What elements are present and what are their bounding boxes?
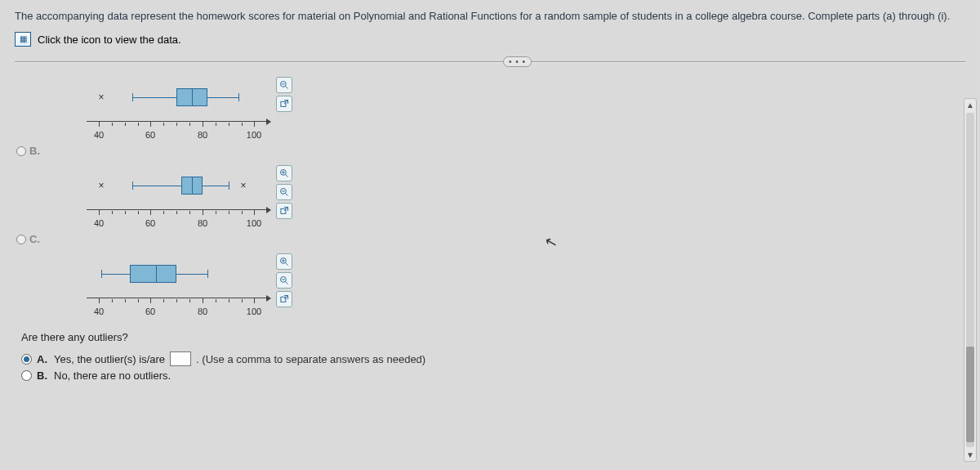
whisker-low xyxy=(132,97,176,98)
x-axis xyxy=(87,121,266,122)
svg-rect-12 xyxy=(281,208,286,213)
outlier-question: Are there any outliers? A. Yes, the outl… xyxy=(15,326,965,382)
question-text: Are there any outliers? xyxy=(21,331,965,343)
chart-tools xyxy=(276,253,292,307)
median-line xyxy=(192,88,193,106)
tick-label: 60 xyxy=(145,307,155,316)
axis-arrow-icon xyxy=(266,119,271,125)
tick-label: 100 xyxy=(247,307,261,316)
view-data-link[interactable]: Click the icon to view the data. xyxy=(38,34,181,46)
svg-line-1 xyxy=(286,87,288,89)
chart-tools xyxy=(276,77,292,112)
whisker-low xyxy=(101,274,130,275)
outlier-input[interactable] xyxy=(170,351,191,366)
question-page: The accompanying data represent the home… xyxy=(0,0,980,470)
x-axis xyxy=(87,209,266,210)
svg-rect-21 xyxy=(281,297,286,302)
boxplot-A: × xyxy=(87,74,266,138)
whisker-low xyxy=(132,186,181,186)
tick-label: 40 xyxy=(94,218,104,228)
zoom-out-icon[interactable] xyxy=(276,184,292,200)
svg-rect-3 xyxy=(281,101,286,106)
whisker-cap xyxy=(229,181,229,190)
option-B-row: × × xyxy=(15,163,965,251)
tick-label: 100 xyxy=(247,130,261,140)
whisker-high xyxy=(176,274,207,275)
section-divider: • • • xyxy=(15,56,965,68)
option-C-label: C. xyxy=(29,233,40,245)
tick-label: 80 xyxy=(198,218,207,228)
answer-A-hint: . (Use a comma to separate answers as ne… xyxy=(196,353,425,365)
tick-label: 100 xyxy=(247,218,261,228)
answer-B-text: No, there are no outliers. xyxy=(54,369,171,382)
vertical-scrollbar[interactable]: ▲ ▼ xyxy=(964,98,977,462)
outlier-marker: × xyxy=(98,92,104,103)
svg-line-15 xyxy=(286,263,288,266)
option-B-label: B. xyxy=(29,145,40,157)
median-line xyxy=(192,177,193,195)
whisker-cap xyxy=(238,93,239,101)
scroll-up-icon[interactable]: ▲ xyxy=(966,101,974,110)
divider-line xyxy=(15,61,965,63)
axis-arrow-icon xyxy=(266,207,271,213)
answer-A-text: Yes, the outlier(s) is/are xyxy=(54,353,165,365)
zoom-out-icon[interactable] xyxy=(276,272,292,289)
tick-label: 60 xyxy=(145,130,155,140)
answer-A-row: A. Yes, the outlier(s) is/are . (Use a c… xyxy=(21,351,965,366)
charts-container: × xyxy=(15,73,965,326)
answer-A-letter: A. xyxy=(37,353,47,365)
answer-A-radio[interactable] xyxy=(21,354,32,365)
popout-icon[interactable] xyxy=(276,96,292,112)
svg-line-19 xyxy=(286,282,288,284)
chart-tools xyxy=(276,165,292,219)
scroll-down-icon[interactable]: ▼ xyxy=(966,450,974,459)
boxplot-C: 40 60 80 100 xyxy=(87,251,266,315)
boxplot-B: × × xyxy=(87,163,266,226)
intro-text: The accompanying data represent the home… xyxy=(15,8,965,27)
median-line xyxy=(156,265,157,283)
zoom-in-icon[interactable] xyxy=(276,253,292,270)
box xyxy=(130,265,176,283)
scroll-thumb[interactable] xyxy=(966,113,974,447)
option-C-radio[interactable] xyxy=(16,235,26,244)
whisker-cap xyxy=(207,270,208,278)
view-data-row: ▦ Click the icon to view the data. xyxy=(15,27,965,50)
option-B-radio[interactable] xyxy=(16,146,26,156)
upper-fence-marker: × xyxy=(240,180,246,191)
answer-B-letter: B. xyxy=(37,369,47,382)
tick-label: 60 xyxy=(145,218,155,228)
answer-B-radio[interactable] xyxy=(21,370,32,381)
tick-label: 40 xyxy=(94,130,104,140)
tick-label: 40 xyxy=(94,307,104,316)
tick-label: 80 xyxy=(198,307,207,316)
table-icon[interactable]: ▦ xyxy=(15,32,31,47)
popout-icon[interactable] xyxy=(276,203,292,219)
option-C-row: 40 60 80 100 xyxy=(15,251,965,326)
tick-label: 80 xyxy=(198,130,207,140)
axis-arrow-icon xyxy=(266,295,271,302)
popout-icon[interactable] xyxy=(276,291,292,307)
svg-line-6 xyxy=(286,175,288,177)
outlier-marker: × xyxy=(98,180,104,191)
zoom-in-icon[interactable] xyxy=(276,165,292,181)
whisker-high xyxy=(203,186,229,186)
divider-more-button[interactable]: • • • xyxy=(503,56,532,67)
zoom-out-icon[interactable] xyxy=(276,77,292,93)
x-axis xyxy=(87,298,266,298)
answer-B-row: B. No, there are no outliers. xyxy=(21,369,965,382)
option-A-row: × xyxy=(15,74,965,163)
whisker-high xyxy=(207,97,238,98)
svg-line-10 xyxy=(286,194,288,196)
